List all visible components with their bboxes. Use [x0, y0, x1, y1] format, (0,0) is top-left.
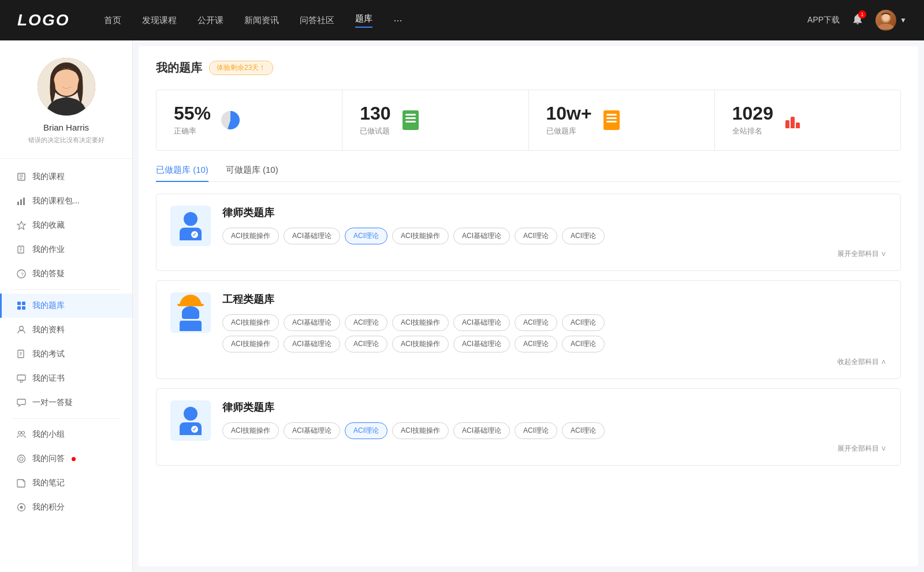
score-icon [16, 502, 27, 512]
page-layout: Brian Harris 错误的决定比没有决定要好 我的课程 我的课程包... [0, 40, 924, 572]
bank-tag[interactable]: ACI基础理论 [453, 422, 510, 439]
bank-tag[interactable]: ACI理论 [562, 336, 605, 352]
nav-home[interactable]: 首页 [104, 15, 121, 26]
notification-bell[interactable]: 1 [851, 13, 864, 28]
stat-questions-info: 130 已做试题 [360, 104, 390, 136]
avatar-image [875, 10, 896, 31]
sidebar-item-group[interactable]: 我的小组 [0, 422, 132, 447]
sidebar-item-favorites[interactable]: 我的收藏 [0, 213, 132, 237]
nav-open-course[interactable]: 公开课 [198, 15, 223, 26]
document-icon [16, 349, 27, 359]
bank-tag[interactable]: ACI技能操作 [392, 228, 449, 244]
bank-tag[interactable]: ACI技能操作 [222, 228, 279, 244]
tab-done[interactable]: 已做题库 (10) [156, 165, 208, 181]
sidebar-item-notes[interactable]: 我的笔记 [0, 471, 132, 495]
bank-tag[interactable]: ACI技能操作 [392, 422, 449, 439]
bank-tag[interactable]: ACI技能操作 [392, 336, 449, 352]
bank-card-engineer: 工程类题库 ACI技能操作 ACI基础理论 ACI理论 ACI技能操作 ACI基… [156, 280, 901, 379]
sidebar-label-courses: 我的课程 [32, 172, 65, 182]
bank-tag[interactable]: ACI理论 [562, 228, 605, 244]
logo[interactable]: LOGO [17, 11, 69, 29]
stat-ranking-number: 1029 [732, 104, 773, 122]
nav-more[interactable]: ··· [393, 14, 402, 27]
expand-lawyer-1-btn[interactable]: 展开全部科目 ∨ [837, 249, 886, 259]
stat-banks-info: 10w+ 已做题库 [546, 104, 592, 136]
bank-tag[interactable]: ACI技能操作 [392, 314, 449, 331]
sidebar-label-favorites: 我的收藏 [32, 220, 65, 231]
bank-engineer-tags-row2: ACI技能操作 ACI基础理论 ACI理论 ACI技能操作 ACI基础理论 AC… [222, 336, 886, 352]
bank-icon-lawyer: ✓ [170, 206, 211, 246]
bank-lawyer-1-title: 律师类题库 [222, 206, 886, 220]
sidebar-item-exams[interactable]: 我的考试 [0, 342, 132, 366]
lawyer-person-icon-2: ✓ [180, 407, 202, 435]
sidebar-item-1on1[interactable]: 一对一答疑 [0, 391, 132, 415]
stat-accuracy-label: 正确率 [174, 126, 211, 136]
bank-tag[interactable]: ACI理论 [562, 422, 605, 439]
tab-available[interactable]: 可做题库 (10) [226, 165, 278, 181]
bank-tag[interactable]: ACI基础理论 [453, 336, 510, 352]
bank-lawyer-2-footer: 展开全部科目 ∨ [222, 444, 886, 454]
user-icon [16, 325, 27, 335]
chevron-down-icon: ▼ [900, 16, 907, 24]
sidebar-label-homework: 我的作业 [32, 244, 65, 255]
nav-discover[interactable]: 发现课程 [142, 15, 177, 26]
sidebar-item-homework[interactable]: 我的作业 [0, 237, 132, 262]
svg-rect-19 [17, 302, 21, 305]
bar-chart-red-icon [783, 110, 803, 131]
certificate-icon [16, 373, 27, 384]
sidebar-label-group: 我的小组 [32, 429, 65, 440]
bank-lawyer-1-footer: 展开全部科目 ∨ [222, 249, 886, 259]
nav-question-bank[interactable]: 题库 [355, 13, 372, 28]
sidebar-item-certs[interactable]: 我的证书 [0, 366, 132, 391]
bank-tag[interactable]: ACI理论 [515, 228, 557, 244]
bank-tag[interactable]: ACI技能操作 [222, 336, 279, 352]
grid-icon [16, 300, 27, 311]
sidebar-label-coursepack: 我的课程包... [32, 196, 80, 206]
bank-card-lawyer-2: ✓ 律师类题库 ACI技能操作 ACI基础理论 ACI理论 ACI技能操作 AC… [156, 388, 901, 466]
bank-tag[interactable]: ACI理论 [515, 314, 557, 331]
app-download[interactable]: APP下载 [807, 15, 840, 25]
bank-tag[interactable]: ACI基础理论 [284, 422, 340, 439]
expand-lawyer-2-btn[interactable]: 展开全部科目 ∨ [837, 444, 886, 454]
sidebar: Brian Harris 错误的决定比没有决定要好 我的课程 我的课程包... [0, 40, 133, 572]
svg-text:?: ? [21, 272, 24, 277]
bank-tag[interactable]: ACI理论 [515, 336, 557, 352]
bank-tag[interactable]: ACI理论 [345, 314, 388, 331]
bank-tag-active[interactable]: ACI理论 [345, 422, 388, 439]
sidebar-item-myqa[interactable]: 我的问答 [0, 447, 132, 471]
nav-news[interactable]: 新闻资讯 [244, 15, 279, 26]
bank-tag[interactable]: ACI基础理论 [284, 228, 340, 244]
sidebar-item-answers[interactable]: ? 我的答疑 [0, 262, 132, 286]
user-motto: 错误的决定比没有决定要好 [28, 136, 105, 144]
bank-engineer-content: 工程类题库 ACI技能操作 ACI基础理论 ACI理论 ACI技能操作 ACI基… [222, 292, 886, 367]
sidebar-item-profile[interactable]: 我的资料 [0, 318, 132, 342]
bank-tag[interactable]: ACI基础理论 [284, 336, 340, 352]
bank-tag[interactable]: ACI基础理论 [453, 314, 510, 331]
svg-point-4 [54, 68, 79, 96]
bank-engineer-footer: 收起全部科目 ∧ [222, 357, 886, 367]
bank-tag[interactable]: ACI理论 [515, 422, 557, 439]
bank-tag[interactable]: ACI基础理论 [284, 314, 340, 331]
bank-tag[interactable]: ACI技能操作 [222, 422, 279, 439]
bank-tag-active[interactable]: ACI理论 [345, 228, 388, 244]
stat-questions-number: 130 [360, 104, 390, 122]
user-name: Brian Harris [43, 122, 89, 132]
bank-tag[interactable]: ACI技能操作 [222, 314, 279, 331]
nav-qa[interactable]: 问答社区 [300, 15, 334, 26]
bank-tag[interactable]: ACI基础理论 [453, 228, 510, 244]
sidebar-item-questionbank[interactable]: 我的题库 [0, 294, 132, 318]
stat-accuracy-info: 55% 正确率 [174, 104, 211, 136]
sidebar-item-courses[interactable]: 我的课程 [0, 165, 132, 189]
stat-banks-number: 10w+ [546, 104, 592, 122]
edit-icon [16, 244, 27, 255]
user-avatar-nav[interactable]: ▼ [875, 10, 907, 31]
sidebar-item-points[interactable]: 我的积分 [0, 495, 132, 519]
bank-tag[interactable]: ACI理论 [562, 314, 605, 331]
stat-banks-done: 10w+ 已做题库 [529, 90, 715, 150]
stat-ranking-info: 1029 全站排名 [732, 104, 773, 136]
bank-tag[interactable]: ACI理论 [345, 336, 388, 352]
stat-banks-label: 已做题库 [546, 126, 592, 136]
collapse-engineer-btn[interactable]: 收起全部科目 ∧ [837, 357, 886, 367]
sidebar-item-coursepack[interactable]: 我的课程包... [0, 189, 132, 213]
trial-badge: 体验剩余23天！ [209, 61, 273, 75]
